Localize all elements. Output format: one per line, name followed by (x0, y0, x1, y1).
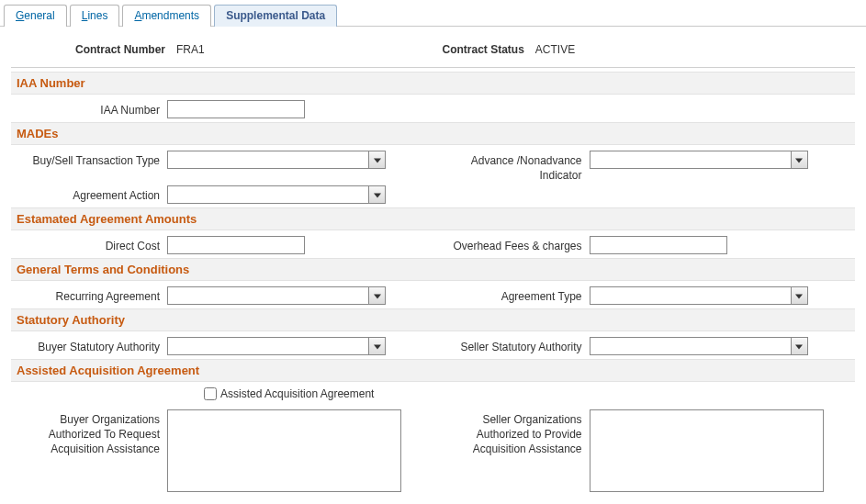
agreement-action-label: Agreement Action (11, 185, 167, 203)
contract-number-value: FRA1 (176, 43, 205, 56)
agreement-type-select[interactable] (590, 286, 792, 305)
agreement-action-dropdown-button[interactable] (369, 185, 386, 204)
tab-lines[interactable]: Lines (70, 5, 120, 27)
chevron-down-icon (374, 153, 381, 166)
chevron-down-icon (795, 289, 803, 302)
header-row: Contract Number FRA1 Contract Status ACT… (11, 38, 855, 68)
assisted-acquisition-checkbox[interactable] (204, 387, 217, 400)
section-assisted: Assisted Acquisition Agreement (11, 359, 855, 382)
agreement-action-select[interactable] (167, 185, 369, 204)
agreement-type-label: Agreement Type (452, 286, 590, 304)
buyer-org-textarea[interactable] (167, 409, 401, 492)
buyer-statutory-label: Buyer Statutory Authority (11, 337, 167, 354)
chevron-down-icon (374, 340, 381, 353)
advance-indicator-select[interactable] (590, 151, 792, 169)
assisted-acquisition-checkbox-label: Assisted Acquisition Agreement (220, 387, 374, 400)
buyer-statutory-select[interactable] (167, 337, 369, 355)
contract-number-label: Contract Number (75, 43, 165, 56)
direct-cost-input[interactable] (167, 236, 305, 254)
seller-org-label: Seller Organizations Authorized to Provi… (452, 409, 590, 456)
seller-statutory-dropdown-button[interactable] (792, 337, 808, 355)
chevron-down-icon (795, 153, 803, 166)
tab-supplemental-data[interactable]: Supplemental Data (214, 5, 337, 27)
direct-cost-label: Direct Cost (11, 236, 167, 253)
overhead-label: Overhead Fees & charges (452, 236, 590, 253)
section-mades: MADEs (11, 122, 855, 145)
contract-status-label: Contract Status (443, 43, 524, 56)
iaa-number-input[interactable] (167, 100, 305, 118)
seller-statutory-select[interactable] (590, 337, 792, 355)
tab-amendments[interactable]: Amendments (122, 5, 211, 27)
tab-general[interactable]: General (4, 5, 67, 27)
section-terms: General Terms and Conditions (11, 258, 855, 281)
section-statutory: Statutory Authority (11, 308, 855, 331)
advance-indicator-dropdown-button[interactable] (792, 151, 808, 169)
buyer-statutory-dropdown-button[interactable] (369, 337, 386, 355)
tab-bar: General Lines Amendments Supplemental Da… (0, 0, 866, 27)
advance-indicator-label: Advance /Nonadvance Indicator (452, 151, 590, 183)
chevron-down-icon (795, 340, 803, 353)
seller-org-textarea[interactable] (590, 409, 824, 492)
chevron-down-icon (374, 188, 381, 201)
section-estimated-amounts: Estamated Agreement Amounts (11, 207, 855, 230)
buy-sell-select[interactable] (167, 151, 369, 169)
iaa-number-label: IAA Number (11, 100, 167, 118)
recurring-agreement-dropdown-button[interactable] (369, 286, 386, 305)
agreement-type-dropdown-button[interactable] (792, 286, 808, 305)
content-area: Contract Number FRA1 Contract Status ACT… (0, 27, 866, 504)
recurring-agreement-label: Recurring Agreement (11, 286, 167, 304)
overhead-input[interactable] (590, 236, 727, 254)
buy-sell-dropdown-button[interactable] (369, 151, 386, 169)
section-iaa-number: IAA Number (11, 72, 855, 95)
chevron-down-icon (374, 289, 381, 302)
recurring-agreement-select[interactable] (167, 286, 369, 305)
contract-status-value: ACTIVE (535, 43, 575, 56)
seller-statutory-label: Seller Statutory Authority (452, 337, 590, 354)
buyer-org-label: Buyer Organizations Authorized To Reques… (11, 409, 167, 456)
buy-sell-label: Buy/Sell Transaction Type (11, 151, 167, 168)
